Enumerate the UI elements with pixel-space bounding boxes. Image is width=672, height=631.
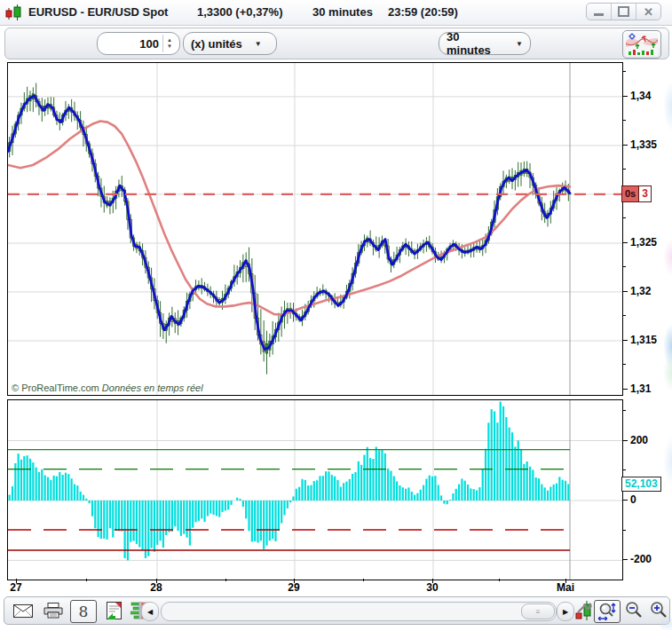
units-dropdown-label: (x) unités: [191, 37, 242, 51]
close-icon: ✕: [644, 6, 653, 18]
time-axis-minor-tick: [363, 579, 364, 581]
time-axis-minor-tick: [86, 579, 87, 581]
email-button[interactable]: [12, 600, 35, 621]
axis-tick: [622, 440, 628, 441]
chevron-down-icon: ▼: [255, 40, 262, 48]
chart-preview-icon: [626, 33, 658, 56]
time-axis-minor-tick: [499, 579, 500, 581]
axis-minor-tick: [622, 169, 626, 170]
axis-tick: [622, 291, 628, 292]
close-button[interactable]: ✕: [636, 4, 660, 20]
quote-timeframe: 30 minutes: [312, 5, 373, 19]
axis-tick: [622, 242, 628, 243]
price-axis-label: 1,325: [630, 236, 657, 248]
spinner-arrows[interactable]: ▲ ▼: [162, 35, 176, 52]
screenshot-root: { "window": { "app_title": "EURUSD - EUR…: [0, 0, 672, 631]
window-title: EURUSD - EUR/USD Spot: [28, 5, 168, 19]
chart-settings-button[interactable]: [573, 600, 596, 621]
zoom-in-button[interactable]: [647, 600, 670, 621]
price-axis: 1,341,3351,3251,321,3151,31: [622, 62, 671, 394]
indicator-axis-label: 200: [630, 434, 648, 446]
order-document-button[interactable]: [102, 600, 125, 621]
price-axis-label: 1,32: [630, 285, 651, 297]
window-controls: ✕: [586, 3, 661, 20]
print-button[interactable]: [42, 600, 65, 621]
minimize-button[interactable]: [587, 4, 612, 20]
zoom-pan-button[interactable]: [594, 600, 621, 623]
chart-style-button[interactable]: [622, 30, 661, 59]
minimize-icon: [594, 13, 604, 16]
axis-tick: [622, 145, 628, 146]
axis-minor-tick: [622, 410, 626, 411]
time-axis-minor-tick: [225, 579, 226, 581]
price-axis-label: 1,335: [630, 138, 657, 151]
time-axis-label: 28: [150, 581, 162, 594]
units-spinner[interactable]: 100 ▲ ▼: [97, 32, 180, 55]
time-axis-label: Mai: [557, 581, 574, 594]
axis-tick: [622, 340, 628, 341]
scroll-left-button[interactable]: ◀: [141, 602, 159, 621]
envelope-icon: [13, 604, 33, 618]
zoom-pan-icon: [597, 602, 617, 621]
zoom-out-button[interactable]: [622, 600, 645, 621]
zoom-out-icon: [624, 601, 644, 620]
price-chart-panel[interactable]: © ProRealTime.com Données en temps réel: [7, 62, 623, 396]
spinner-up-icon[interactable]: ▲: [163, 37, 176, 43]
axis-minor-tick: [622, 266, 626, 267]
axis-minor-tick: [622, 217, 626, 218]
grip-icon: ≡: [536, 608, 541, 616]
copyright-text: © ProRealTime.com: [12, 383, 99, 393]
units-value[interactable]: 100: [98, 37, 162, 51]
time-axis-label: 29: [288, 581, 299, 594]
scrollbar-thumb[interactable]: ≡: [521, 603, 555, 619]
spinner-down-icon[interactable]: ▼: [163, 43, 176, 50]
indicator-panel[interactable]: [7, 399, 623, 580]
indicator-value-marker: 52,103: [621, 477, 661, 492]
app-candlestick-icon: [4, 4, 24, 21]
price-digit-label: 3: [638, 186, 651, 201]
chart-toolbar: 100 ▲ ▼ (x) unités ▼ 30 minutes ▼: [4, 28, 669, 59]
candlestick-chart: [8, 63, 622, 395]
candlestick-style-button[interactable]: 8: [70, 600, 97, 623]
price-axis-label: 1,34: [630, 90, 651, 102]
copyright-label: © ProRealTime.com Données en temps réel: [12, 383, 203, 393]
oscillator-histogram: [8, 400, 622, 580]
axis-minor-tick: [622, 469, 626, 470]
units-dropdown[interactable]: (x) unités ▼: [183, 32, 277, 55]
price-axis-label: 1,315: [630, 334, 657, 346]
zoom-in-icon: [649, 601, 668, 620]
axis-minor-tick: [622, 120, 626, 121]
document-arrows-icon: [107, 602, 122, 619]
indicator-axis-label: -200: [630, 553, 652, 565]
realtime-text: Données en temps réel: [102, 383, 203, 393]
axis-minor-tick: [622, 530, 626, 531]
scroll-right-button[interactable]: ▶: [557, 602, 574, 621]
chart-scrollbar[interactable]: ≡: [161, 602, 557, 621]
axis-minor-tick: [622, 71, 626, 72]
axis-tick: [622, 96, 628, 97]
maximize-icon: [618, 6, 629, 17]
axis-tick: [622, 500, 628, 501]
quote-clock: 23:59 (20:59): [388, 5, 458, 19]
last-price-marker: 0s 3: [621, 185, 652, 202]
chevron-down-icon: ▼: [516, 40, 523, 48]
time-axis: 27282930Mai: [7, 579, 621, 593]
price-axis-label: 1,31: [630, 383, 651, 395]
quote-price: 1,3300 (+0,37%): [197, 5, 282, 19]
axis-tick: [622, 559, 628, 560]
axis-tick: [622, 389, 628, 390]
countdown-label: 0s: [622, 186, 638, 201]
wrench-candle-icon: [575, 601, 593, 620]
axis-minor-tick: [622, 364, 626, 365]
arrow-right-icon: ▶: [563, 608, 568, 616]
title-bar[interactable]: EURUSD - EUR/USD Spot 1,3300 (+0,37%) 30…: [0, 0, 672, 26]
period-dropdown-label: 30 minutes: [447, 30, 503, 57]
period-dropdown[interactable]: 30 minutes ▼: [439, 32, 531, 55]
indicator-axis-label: 0: [630, 493, 636, 506]
time-axis-label: 27: [10, 581, 21, 594]
time-axis-label: 30: [426, 581, 438, 594]
axis-minor-tick: [622, 315, 626, 316]
arrow-left-icon: ◀: [147, 608, 153, 616]
maximize-button[interactable]: [612, 4, 636, 20]
printer-icon: [43, 603, 63, 619]
